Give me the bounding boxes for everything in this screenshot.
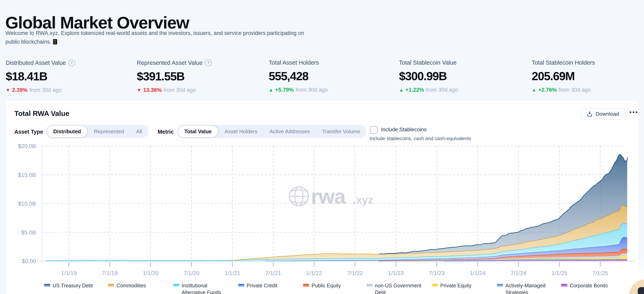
metric-option-asset-holders[interactable]: Asset Holders xyxy=(218,125,264,138)
stat-label: Total Asset Holders xyxy=(269,59,394,66)
download-icon xyxy=(586,111,593,117)
legend-label: Actively-Managed Strategies xyxy=(506,282,553,294)
legend-label: US Treasury Debt xyxy=(52,282,93,289)
legend-item[interactable]: non-US Government Debt xyxy=(366,282,422,294)
stat-value: 205.69M xyxy=(532,69,644,83)
page-subtitle: Welcome to RWA.xyz. Explore tokenized re… xyxy=(6,29,304,46)
legend-swatch-icon xyxy=(238,284,244,287)
option-label: Distributed xyxy=(53,129,81,135)
metric-segmented-control: Total Value Asset Holders Active Address… xyxy=(178,125,366,138)
include-stablecoins-description: Include stablecoins, cash and cash-equiv… xyxy=(370,136,471,141)
legend-item[interactable]: Institutional Alternative Funds xyxy=(173,282,229,294)
stat-label: Total Stablecoin Value xyxy=(399,59,524,66)
legend-swatch-icon xyxy=(432,284,438,287)
legend-label: Commodities xyxy=(116,282,146,289)
stat-label: Total Stablecoin Holders xyxy=(532,59,644,66)
option-label: All xyxy=(136,129,142,135)
metric-option-total-value[interactable]: Total Value xyxy=(178,125,218,138)
delta-arrow-icon: ▼ xyxy=(6,87,10,93)
metric-label: Metric xyxy=(158,129,174,135)
stat-value: $391.55B xyxy=(137,69,262,83)
legend-item[interactable]: Actively-Managed Strategies xyxy=(497,282,553,294)
include-stablecoins-label[interactable]: Include Stablecoins xyxy=(381,126,426,133)
legend-swatch-icon xyxy=(44,284,50,287)
legend-label: Private Equity xyxy=(440,282,472,289)
legend-label: Public Equity xyxy=(312,282,341,289)
subtitle-line-1: Welcome to RWA.xyz. Explore tokenized re… xyxy=(6,30,304,36)
option-label: Transfer Volume xyxy=(322,129,360,135)
stat-delta: ▲+1.22%from 30d ago xyxy=(399,87,524,93)
legend-item[interactable]: Corporate Bonds xyxy=(561,282,608,289)
stat-value: 555,428 xyxy=(269,69,394,83)
chart-legend: US Treasury DebtCommoditiesInstitutional… xyxy=(0,282,644,294)
option-label: Active Addresses xyxy=(270,129,310,135)
stat-delta: ▲+2.76%from 30d ago xyxy=(532,87,644,93)
subtitle-line-2: public blockchains. xyxy=(6,39,52,45)
chat-avatar-icon xyxy=(638,287,644,294)
download-label: Download xyxy=(596,111,619,117)
legend-label: non-US Government Debt xyxy=(375,282,422,294)
legend-item[interactable]: Commodities xyxy=(108,282,146,289)
legend-swatch-icon xyxy=(108,284,114,287)
controls-divider xyxy=(148,124,148,140)
stat-total-asset-holders: Total Asset Holders 555,428 ▲+5.79%from … xyxy=(269,59,394,93)
total-rwa-value-card: Total RWA Value Download ••• Asset Type … xyxy=(5,100,639,294)
stat-delta: ▲+5.79%from 30d ago xyxy=(269,87,394,93)
asset-type-option-distributed[interactable]: Distributed xyxy=(46,125,88,138)
stat-value: $18.41B xyxy=(6,69,131,83)
delta-arrow-icon: ▲ xyxy=(269,87,273,93)
legend-swatch-icon xyxy=(561,284,567,287)
stat-delta: ▼2.39%from 30d ago xyxy=(6,87,131,93)
stat-label: Distributed Asset Value? xyxy=(6,59,131,66)
legend-item[interactable]: Public Equity xyxy=(303,282,341,289)
legend-swatch-icon xyxy=(303,284,309,287)
include-stablecoins-checkbox[interactable] xyxy=(370,126,378,134)
delta-arrow-icon: ▲ xyxy=(399,87,404,93)
stat-value: $300.99B xyxy=(399,69,524,83)
metric-option-transfer-volume[interactable]: Transfer Volume xyxy=(316,125,366,138)
legend-label: Institutional Alternative Funds xyxy=(182,282,229,294)
legend-item[interactable]: US Treasury Debt xyxy=(44,282,93,289)
missing-glyph-icon xyxy=(53,39,57,44)
delta-arrow-icon: ▼ xyxy=(137,87,142,93)
legend-item[interactable]: Private Equity xyxy=(432,282,472,289)
stat-total-stablecoin-holders: Total Stablecoin Holders 205.69M ▲+2.76%… xyxy=(532,59,644,93)
asset-type-segmented-control: Distributed Represented All xyxy=(46,125,148,138)
metric-option-active-addresses[interactable]: Active Addresses xyxy=(264,125,316,138)
help-icon[interactable]: ? xyxy=(68,59,75,66)
asset-type-option-all[interactable]: All xyxy=(130,125,148,138)
stat-distributed-asset-value: Distributed Asset Value? $18.41B ▼2.39%f… xyxy=(6,59,131,93)
stat-delta: ▼13.36%from 30d ago xyxy=(137,87,262,93)
stat-represented-asset-value: Represented Asset Value? $391.55B ▼13.36… xyxy=(137,59,262,93)
legend-swatch-icon xyxy=(366,284,372,287)
legend-item[interactable]: Private Credit xyxy=(238,282,277,289)
legend-label: Private Credit xyxy=(247,282,277,289)
option-label: Represented xyxy=(94,129,124,135)
more-options-button[interactable]: ••• xyxy=(630,109,638,116)
controls-divider xyxy=(360,124,360,140)
legend-swatch-icon xyxy=(173,284,179,287)
option-label: Total Value xyxy=(184,129,212,135)
asset-type-option-represented[interactable]: Represented xyxy=(88,125,130,138)
stat-total-stablecoin-value: Total Stablecoin Value $300.99B ▲+1.22%f… xyxy=(399,59,524,93)
asset-type-label: Asset Type xyxy=(14,129,43,135)
download-button[interactable]: Download xyxy=(580,108,625,120)
help-icon[interactable]: ? xyxy=(205,59,212,66)
delta-arrow-icon: ▲ xyxy=(532,87,536,93)
stats-row: Distributed Asset Value? $18.41B ▼2.39%f… xyxy=(6,59,639,94)
stat-label: Represented Asset Value? xyxy=(137,59,262,66)
card-title: Total RWA Value xyxy=(14,110,70,118)
option-label: Asset Holders xyxy=(224,129,257,135)
legend-swatch-icon xyxy=(497,284,503,287)
